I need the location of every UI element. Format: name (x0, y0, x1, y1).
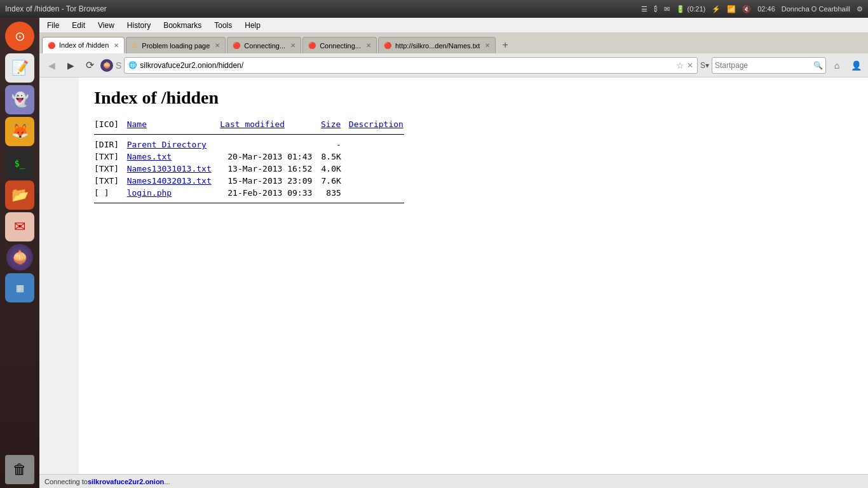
address-bar[interactable] (140, 61, 674, 70)
dock-icon-terminal[interactable]: $_ (5, 149, 34, 178)
tab2-favicon: ⚠ (132, 41, 138, 50)
trash-icon: 🗑 (13, 461, 27, 478)
table-separator-bottom (94, 199, 412, 207)
os-clock: 02:46 (757, 5, 775, 13)
cell-modified: 15-Mar-2013 23:09 (220, 175, 321, 187)
col-header-name[interactable]: Name (127, 118, 220, 130)
tab2-label: Problem loading page (142, 42, 210, 50)
statusbar: Connecting to silkrovafuce2ur2.onion ... (39, 474, 868, 488)
cell-size: 8.5K (321, 151, 349, 163)
file-link-4[interactable]: login.php (127, 188, 172, 198)
os-battery-icon: 🔋 (0:21) (676, 5, 705, 13)
tab2-close-button[interactable]: ✕ (215, 42, 220, 49)
file-link-2[interactable]: Names13031013.txt (127, 164, 212, 173)
back-button[interactable]: ◀ (43, 57, 60, 74)
files-icon: 📂 (11, 187, 29, 203)
tab4-label: Connecting... (320, 42, 361, 50)
menu-tools[interactable]: Tools (209, 20, 237, 31)
cell-description (349, 175, 412, 187)
address-lock-icon: 🌐 (128, 61, 137, 69)
status-text-link: silkrovafuce2ur2.onion (88, 478, 164, 485)
file-link-3[interactable]: Names14032013.txt (127, 176, 212, 186)
search-bar-wrapper[interactable]: 🔍 (712, 57, 826, 74)
email-icon: ✉ (14, 219, 25, 235)
col-header-size[interactable]: Size (321, 118, 349, 130)
menu-help[interactable]: Help (240, 20, 266, 31)
os-wifi-icon: 📶 (727, 5, 736, 13)
dock-icon-tor[interactable]: 🧅 (6, 244, 33, 271)
tab-index-hidden[interactable]: 🔴 Index of /hidden ✕ (42, 37, 125, 53)
os-titlebar: Index of /hidden - Tor Browser ☰ ₿ ✉ 🔋 (… (0, 0, 868, 18)
tab3-label: Connecting... (244, 42, 285, 50)
os-mail-icon: ✉ (664, 5, 670, 13)
cell-modified: 13-Mar-2013 16:52 (220, 163, 321, 175)
tab3-close-button[interactable]: ✕ (290, 42, 295, 49)
cell-ico: [ ] (94, 187, 127, 199)
home-button[interactable]: ⟳ (81, 57, 98, 74)
dock-icon-files[interactable]: 📂 (5, 180, 34, 210)
dock-icon-firefox[interactable]: 🦊 (5, 117, 34, 146)
firefox-icon: 🦊 (11, 123, 29, 140)
table-row: [ ]login.php21-Feb-2013 09:33835 (94, 187, 412, 199)
cell-ico: [TXT] (94, 151, 127, 163)
tab1-close-button[interactable]: ✕ (114, 42, 119, 49)
menu-history[interactable]: History (122, 20, 156, 31)
tor-logo-nav: 🧅 (100, 59, 113, 72)
terminal-icon: $_ (15, 158, 25, 168)
browser-settings-button[interactable]: 👤 (848, 57, 864, 74)
cell-size: - (321, 139, 349, 151)
cell-modified: 21-Feb-2013 09:33 (220, 187, 321, 199)
os-titlebar-title: Index of /hidden - Tor Browser (5, 4, 107, 13)
menu-bookmarks[interactable]: Bookmarks (158, 20, 207, 31)
menu-view[interactable]: View (93, 20, 119, 31)
menu-file[interactable]: File (42, 20, 64, 31)
address-bar-wrapper[interactable]: 🌐 ☆ ✕ (124, 57, 698, 74)
search-engine-dropdown[interactable]: S▾ (700, 61, 709, 70)
tab-names-txt[interactable]: 🔴 http://silkro...den/Names.txt ✕ (378, 37, 496, 53)
tor-onion-icon: 🧅 (12, 250, 28, 265)
search-bar[interactable] (715, 61, 812, 70)
main-content: Index of /hidden [ICO] Name Last modifie… (79, 78, 868, 488)
file-link-1[interactable]: Names.txt (127, 152, 172, 161)
cell-description (349, 151, 412, 163)
tab5-close-button[interactable]: ✕ (485, 42, 490, 49)
dock-icon-notes[interactable]: 📝 (5, 53, 34, 83)
navbar: ◀ ▶ ⟳ 🧅 S 🌐 ☆ ✕ S▾ 🔍 ⌂ 👤 (39, 53, 868, 78)
dock-icon-ubuntu[interactable]: ⊙ (5, 22, 34, 51)
tab-connecting-2[interactable]: 🔴 Connecting... ✕ (302, 37, 377, 53)
table-row: [TXT]Names14032013.txt15-Mar-2013 23:097… (94, 175, 412, 187)
col-header-ico: [ICO] (94, 118, 127, 130)
cell-size: 7.6K (321, 175, 349, 187)
new-tab-button[interactable]: + (497, 37, 513, 53)
search-button[interactable]: 🔍 (813, 61, 823, 70)
address-clear-button[interactable]: ✕ (687, 61, 693, 70)
tab4-favicon: 🔴 (308, 42, 316, 49)
dock-icon-email[interactable]: ✉ (5, 212, 34, 241)
address-star-icon[interactable]: ☆ (676, 60, 684, 71)
col-header-description[interactable]: Description (349, 118, 412, 130)
file-link-0[interactable]: Parent Directory (127, 140, 207, 149)
cell-ico: [DIR] (94, 139, 127, 151)
tab-connecting-1[interactable]: 🔴 Connecting... ✕ (227, 37, 301, 53)
dock-icon-ghost[interactable]: 👻 (5, 85, 34, 114)
forward-button[interactable]: ▶ (62, 57, 79, 74)
os-bluetooth-icon: ⚡ (712, 5, 721, 13)
ubuntu-dock: ⊙ 📝 👻 🦊 $_ 📂 ✉ 🧅 ▦ 🗑 (0, 18, 39, 488)
home-page-button[interactable]: ⌂ (829, 57, 845, 74)
file-table: [ICO] Name Last modified Size Descriptio… (94, 118, 412, 207)
os-settings-icon[interactable]: ⚙ (857, 5, 863, 13)
ghost-icon: 👻 (11, 92, 29, 108)
dock-icon-trash[interactable]: 🗑 (5, 455, 34, 484)
tab4-close-button[interactable]: ✕ (366, 42, 371, 49)
menu-edit[interactable]: Edit (67, 20, 90, 31)
menubar: File Edit View History Bookmarks Tools H… (39, 18, 868, 33)
page-title: Index of /hidden (94, 88, 853, 108)
status-text-suffix: ... (164, 478, 170, 485)
cell-ico: [TXT] (94, 175, 127, 187)
nav-site-icon: S (116, 60, 121, 71)
tab-problem-loading[interactable]: ⚠ Problem loading page ✕ (126, 37, 226, 53)
tab5-label: http://silkro...den/Names.txt (395, 42, 480, 50)
dock-icon-screen[interactable]: ▦ (5, 273, 34, 302)
ubuntu-logo: ⊙ (15, 29, 25, 44)
col-header-modified[interactable]: Last modified (220, 118, 321, 130)
